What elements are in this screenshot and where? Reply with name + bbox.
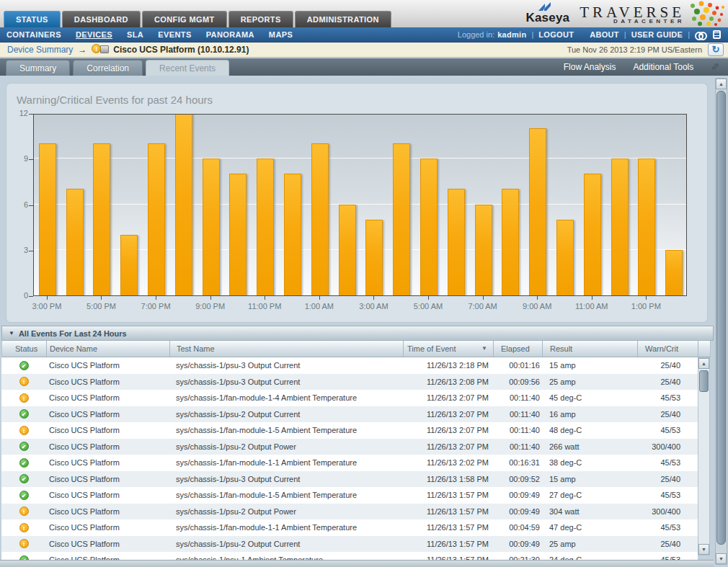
main-tab-dashboard[interactable]: DASHBOARD bbox=[62, 11, 141, 27]
status-warning-icon: ! bbox=[19, 393, 29, 403]
chart-bar bbox=[257, 159, 274, 295]
table-row[interactable]: ✔Cisco UCS Platformsys/chassis-1/psu-3 O… bbox=[1, 357, 698, 374]
result-cell: 25 amp bbox=[542, 536, 637, 553]
table-row[interactable]: ✔Cisco UCS Platformsys/chassis-1/psu-1 A… bbox=[1, 552, 698, 560]
tab-strip-tools: Flow Analysis Additional Tools ✎ bbox=[564, 58, 728, 76]
device-summary-link[interactable]: Device Summary bbox=[7, 45, 73, 55]
col-header-time-of-event[interactable]: Time of Event▼ bbox=[404, 341, 494, 357]
main-tab-config-mgmt[interactable]: CONFIG MGMT bbox=[142, 11, 227, 27]
col-header-test-name[interactable]: Test Name bbox=[170, 341, 404, 357]
elapsed-time-cell: 00:11:40 bbox=[493, 439, 542, 455]
additional-tools-link[interactable]: Additional Tools bbox=[633, 62, 693, 72]
subnav-item-events[interactable]: EVENTS bbox=[158, 30, 191, 39]
content-area: Warning/Critical Events for past 24 hour… bbox=[0, 76, 728, 567]
x-axis-tick bbox=[537, 296, 538, 300]
username[interactable]: kadmin bbox=[497, 30, 526, 39]
subnav-item-sla[interactable]: SLA bbox=[127, 30, 143, 39]
col-header-status[interactable]: Status bbox=[2, 341, 47, 357]
scroll-down-icon[interactable]: ▼ bbox=[716, 553, 727, 564]
x-axis-tick bbox=[210, 296, 211, 300]
subnav-item-maps[interactable]: MAPS bbox=[269, 30, 293, 39]
y-axis-tick bbox=[29, 251, 33, 251]
col-header-warn-crit[interactable]: Warn/Crit bbox=[638, 341, 698, 357]
main-tab-administration[interactable]: ADMINISTRATION bbox=[295, 11, 391, 27]
warn-crit-cell: 45/53 bbox=[637, 552, 698, 560]
page-scrollbar-thumb[interactable] bbox=[716, 91, 726, 545]
table-row[interactable]: !Cisco UCS Platformsys/chassis-1/fan-mod… bbox=[1, 422, 698, 439]
table-row[interactable]: ✔Cisco UCS Platformsys/chassis-1/psu-2 O… bbox=[1, 406, 698, 423]
status-warning-icon: ! bbox=[19, 426, 29, 435]
tab-recent-events[interactable]: Recent Events bbox=[146, 60, 229, 76]
device-status-icon: ! bbox=[92, 44, 109, 55]
device-title: Cisco UCS Platform (10.10.12.91) bbox=[113, 45, 249, 55]
table-row[interactable]: !Cisco UCS Platformsys/chassis-1/fan-mod… bbox=[1, 519, 698, 536]
warn-crit-cell: 300/400 bbox=[637, 504, 698, 520]
tab-summary[interactable]: Summary bbox=[6, 60, 70, 76]
device-name-cell: Cisco UCS Platform bbox=[46, 471, 169, 488]
x-axis-tick bbox=[592, 296, 592, 300]
subnav-item-devices[interactable]: DEVICES bbox=[76, 30, 112, 39]
kaseya-wordmark: Kaseya bbox=[525, 11, 569, 24]
tab-correlation[interactable]: Correlation bbox=[73, 60, 143, 76]
main-tab-reports[interactable]: REPORTS bbox=[228, 11, 293, 27]
time-of-event-cell: 11/26/13 2:07 PM bbox=[403, 390, 493, 406]
logged-in-label: Logged in: bbox=[458, 30, 494, 39]
table-row[interactable]: ✔Cisco UCS Platformsys/chassis-1/psu-3 O… bbox=[1, 471, 698, 488]
scroll-up-icon[interactable]: ▲ bbox=[698, 358, 709, 369]
status-ok-icon: ✔ bbox=[19, 474, 29, 483]
x-axis-tick bbox=[428, 296, 429, 300]
col-header-label: Result bbox=[550, 344, 572, 353]
events-section: ▼ All Events For Last 24 Hours StatusDev… bbox=[1, 326, 714, 560]
time-of-event-cell: 11/26/13 2:02 PM bbox=[403, 455, 493, 471]
events-section-header[interactable]: ▼ All Events For Last 24 Hours bbox=[1, 326, 714, 341]
status-cell: ✔ bbox=[1, 455, 46, 471]
key-icon[interactable] bbox=[695, 32, 707, 38]
table-row[interactable]: ✔Cisco UCS Platformsys/chassis-1/fan-mod… bbox=[1, 455, 698, 471]
table-row[interactable]: !Cisco UCS Platformsys/chassis-1/fan-mod… bbox=[1, 390, 698, 406]
warn-crit-cell: 45/53 bbox=[637, 422, 698, 439]
subnav-item-panorama[interactable]: PANORAMA bbox=[206, 30, 254, 39]
x-axis-label: 3:00 AM bbox=[348, 302, 399, 311]
x-axis-tick bbox=[483, 296, 484, 300]
user-guide-link[interactable]: USER GUIDE bbox=[631, 30, 683, 39]
edit-pencil-icon[interactable]: ✎ bbox=[711, 61, 719, 73]
table-row[interactable]: !Cisco UCS Platformsys/chassis-1/psu-3 O… bbox=[1, 374, 698, 390]
time-of-event-cell: 11/26/13 1:58 PM bbox=[403, 471, 493, 488]
flow-analysis-link[interactable]: Flow Analysis bbox=[564, 62, 616, 72]
table-row[interactable]: ✔Cisco UCS Platformsys/chassis-1/fan-mod… bbox=[1, 487, 698, 504]
top-bar: STATUSDASHBOARDCONFIG MGMTREPORTSADMINIS… bbox=[0, 0, 728, 27]
breadcrumb-right: Tue Nov 26 2013 2:19 PM US/Eastern ↻ bbox=[567, 43, 728, 56]
time-of-event-cell: 11/26/13 2:07 PM bbox=[403, 422, 493, 439]
x-axis-label: 11:00 PM bbox=[239, 302, 290, 311]
console-icon[interactable] bbox=[713, 30, 721, 39]
status-ok-icon: ✔ bbox=[19, 361, 29, 370]
col-header-elapsed-time[interactable]: Elapsed Time bbox=[494, 341, 543, 357]
status-cell: ✔ bbox=[1, 487, 46, 504]
result-cell: 16 amp bbox=[542, 406, 637, 423]
scroll-up-icon[interactable]: ▲ bbox=[716, 79, 727, 89]
warn-crit-cell: 25/40 bbox=[637, 536, 698, 553]
table-scrollbar[interactable]: ▲ ▼ bbox=[698, 357, 710, 555]
logout-link[interactable]: LOGOUT bbox=[538, 30, 574, 39]
table-row[interactable]: !Cisco UCS Platformsys/chassis-1/psu-2 O… bbox=[1, 504, 698, 520]
elapsed-time-cell: 00:04:59 bbox=[493, 519, 542, 536]
table-scrollbar-thumb[interactable] bbox=[699, 370, 709, 392]
test-name-cell: sys/chassis-1/psu-3 Output Current bbox=[169, 374, 403, 390]
table-row[interactable]: ✔Cisco UCS Platformsys/chassis-1/psu-2 O… bbox=[1, 439, 698, 455]
page-scrollbar[interactable]: ▲ ▼ bbox=[715, 78, 727, 565]
elapsed-time-cell: 00:21:30 bbox=[493, 552, 542, 560]
about-link[interactable]: ABOUT bbox=[590, 30, 619, 39]
result-cell: 24 deg-C bbox=[542, 552, 637, 560]
col-header-result[interactable]: Result bbox=[543, 341, 638, 357]
test-name-cell: sys/chassis-1/fan-module-1-1 Ambient Tem… bbox=[169, 519, 403, 536]
device-name-cell: Cisco UCS Platform bbox=[46, 390, 169, 406]
status-cell: ! bbox=[1, 390, 46, 406]
subnav-item-containers[interactable]: CONTAINERS bbox=[6, 30, 61, 39]
status-cell: ✔ bbox=[1, 406, 46, 423]
col-header-device-name[interactable]: Device Name bbox=[47, 341, 170, 357]
main-tab-status[interactable]: STATUS bbox=[4, 11, 61, 27]
refresh-button[interactable]: ↻ bbox=[708, 43, 724, 56]
scroll-down-icon[interactable]: ▼ bbox=[698, 544, 709, 555]
table-row[interactable]: !Cisco UCS Platformsys/chassis-1/psu-2 O… bbox=[1, 536, 698, 553]
time-of-event-cell: 11/26/13 1:57 PM bbox=[403, 504, 493, 520]
